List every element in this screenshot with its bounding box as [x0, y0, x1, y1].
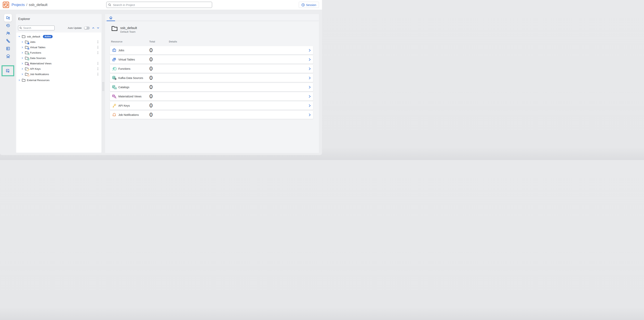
chevron-right-icon[interactable]	[21, 73, 24, 75]
rail-item-monitoring[interactable]	[4, 67, 12, 75]
chevron-right-icon[interactable]	[308, 86, 311, 89]
chevron-right-icon[interactable]	[308, 67, 311, 70]
tree-label: Materialized Views	[30, 62, 52, 65]
table-badge-icon	[27, 48, 30, 50]
project-search	[106, 2, 212, 8]
tree-row-materialized-views[interactable]: Materialized Views	[16, 61, 101, 66]
jobs-icon	[112, 48, 116, 53]
resource-total: 0	[150, 66, 152, 72]
resource-row-virtual-tables[interactable]: Virtual Tables 0	[110, 55, 313, 64]
chevron-right-icon[interactable]	[308, 95, 311, 98]
chevron-right-icon[interactable]	[308, 104, 311, 107]
chevron-right-icon[interactable]	[21, 62, 24, 64]
chevron-right-icon[interactable]	[308, 76, 311, 80]
project-search-input[interactable]	[106, 2, 212, 8]
bell-badge-icon	[27, 74, 30, 77]
chevron-down-icon[interactable]	[18, 36, 20, 38]
panel-resize-handle[interactable]	[102, 82, 104, 91]
resource-total: 0	[150, 93, 152, 100]
breadcrumb: Projects / ssb_default	[12, 0, 48, 10]
folder-search-icon	[6, 16, 10, 20]
kebab-menu-icon[interactable]	[96, 67, 99, 71]
tree-label: Job Notifications	[30, 73, 49, 76]
key-badge-icon	[27, 69, 30, 71]
resource-total: 0	[150, 47, 152, 54]
highlight-box	[2, 65, 14, 76]
tree-row-functions[interactable]: Functions	[16, 50, 101, 55]
folder-icon	[25, 62, 28, 65]
resource-row-catalogs[interactable]: Catalogs 0	[110, 83, 313, 91]
kebab-menu-icon[interactable]	[96, 72, 99, 76]
tree-row-job-notifications[interactable]: Job Notifications	[16, 72, 101, 77]
resource-row-api-keys[interactable]: API Keys 0	[110, 102, 313, 110]
home-icon	[109, 16, 113, 20]
tree-label: Jobs	[30, 40, 36, 44]
chevron-right-icon[interactable]	[21, 57, 24, 59]
kebab-menu-icon[interactable]	[96, 61, 99, 66]
chevron-right-icon[interactable]	[21, 46, 24, 48]
chevron-right-icon[interactable]	[308, 113, 311, 116]
tree-row-project[interactable]: ssb_default Active	[16, 34, 101, 39]
session-button[interactable]: Session	[299, 2, 319, 8]
chevron-right-icon[interactable]	[308, 49, 311, 52]
resource-row-functions[interactable]: Functions 0	[110, 64, 313, 73]
chevron-right-icon[interactable]	[21, 41, 24, 43]
resource-row-job-notifications[interactable]: Job Notifications 0	[110, 111, 313, 119]
rail-item-history[interactable]	[4, 22, 12, 30]
kebab-menu-icon[interactable]	[96, 40, 99, 44]
app-logo-icon	[3, 2, 9, 8]
resource-label: Virtual Tables	[118, 58, 135, 61]
tree-row-data-sources[interactable]: Data Sources	[16, 55, 101, 61]
explorer-search	[18, 26, 54, 30]
tree-row-external-resources[interactable]: External Resources	[16, 78, 101, 83]
jobs-badge-icon	[27, 42, 30, 44]
chevron-right-icon[interactable]	[18, 79, 20, 81]
rail-item-lineage[interactable]	[4, 37, 12, 45]
resource-row-materialized-views[interactable]: Materialized Views 0	[110, 92, 313, 100]
explorer-panel: Explorer Auto Update ssb_default	[16, 14, 102, 153]
chevron-right-icon[interactable]	[308, 58, 311, 61]
top-bar: Projects / ssb_default Session	[0, 0, 322, 10]
app-shell: Explorer Auto Update ssb_default	[0, 10, 322, 155]
project-team: Default Team	[120, 30, 137, 34]
clock-icon	[302, 3, 305, 6]
resource-row-jobs[interactable]: Jobs 0	[110, 46, 313, 54]
tab-home[interactable]	[107, 14, 115, 21]
explorer-search-input[interactable]	[18, 26, 54, 30]
rail-item-explorer[interactable]	[4, 14, 12, 22]
kebab-menu-icon[interactable]	[96, 50, 99, 55]
auto-update-toggle[interactable]	[84, 26, 90, 30]
resource-row-kafka-data-sources[interactable]: Kafka Data Sources 0	[110, 74, 313, 82]
search-icon	[20, 27, 22, 29]
resource-label: Materialized Views	[118, 95, 142, 98]
folder-icon	[112, 26, 118, 31]
chevron-right-icon[interactable]	[21, 68, 24, 70]
functions-icon	[112, 66, 116, 71]
resource-label: Kafka Data Sources	[118, 76, 143, 80]
resource-total: 0	[150, 112, 152, 118]
expand-all-button[interactable]	[97, 27, 99, 29]
tree-label: External Resources	[27, 79, 50, 82]
tree-label: Data Sources	[30, 57, 46, 60]
kebab-menu-icon[interactable]	[96, 45, 99, 49]
column-details: Details	[169, 40, 177, 43]
resource-label: Catalogs	[118, 86, 129, 89]
catalogs-icon	[112, 85, 117, 90]
resource-label: API Keys	[118, 104, 130, 107]
chevron-right-icon[interactable]	[21, 52, 24, 54]
session-button-label: Session	[306, 3, 316, 6]
collapse-all-button[interactable]	[92, 27, 94, 29]
folder-icon	[25, 51, 28, 54]
materialized-views-icon	[112, 94, 116, 99]
rail-item-cloud[interactable]	[4, 52, 12, 60]
rail-item-teams[interactable]	[4, 30, 12, 37]
tree-row-api-keys[interactable]: API Keys	[16, 66, 101, 72]
tree-row-jobs[interactable]: Jobs	[16, 39, 101, 44]
tree-row-virtual-tables[interactable]: Virtual Tables	[16, 44, 101, 50]
breadcrumb-projects-link[interactable]: Projects	[12, 3, 25, 7]
clock-history-icon	[6, 23, 10, 28]
rail-item-resources[interactable]	[4, 45, 12, 52]
resource-label: Functions	[118, 67, 130, 70]
auto-update-label: Auto Update	[68, 26, 82, 30]
tree-label: API Keys	[30, 68, 41, 70]
